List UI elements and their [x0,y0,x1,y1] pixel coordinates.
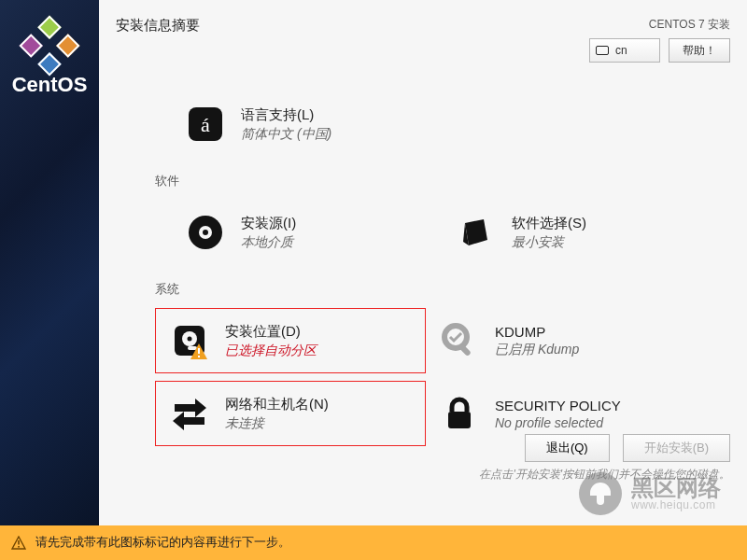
help-button[interactable]: 帮助！ [669,38,730,63]
spoke-kdump[interactable]: KDUMP 已启用 Kdump [426,308,697,373]
keyboard-code: cn [615,44,627,57]
spoke-install-source[interactable]: 安装源(I) 本地介质 [172,201,443,264]
language-title: 语言支持(L) [241,106,331,124]
section-system: 系统 [155,281,730,298]
section-software: 软件 [155,173,730,189]
language-icon: á [181,100,230,148]
secpol-sub: No profile selected [495,415,621,430]
begin-install-button[interactable]: 开始安装(B) [623,434,730,462]
source-sub: 本地介质 [241,234,296,251]
warning-icon [190,343,208,361]
spoke-network[interactable]: 网络和主机名(N) 未连接 [155,381,426,446]
inspect-icon [435,316,484,365]
sidebar: CentOS [0,0,99,525]
swsel-sub: 最小安装 [512,234,586,251]
kdump-sub: 已启用 Kdump [495,342,579,358]
svg-rect-15 [18,546,20,548]
svg-rect-14 [18,540,20,545]
language-sub: 简体中文 (中国) [241,126,331,143]
centos-logo-icon [19,15,79,76]
lock-icon [435,389,484,438]
network-icon [165,389,214,438]
dest-sub: 已选择自动分区 [225,343,317,359]
net-title: 网络和主机名(N) [225,396,329,413]
main-area: 安装信息摘要 CENTOS 7 安装 cn 帮助！ á 语言支持(L) 简体中文… [99,0,747,525]
disc-icon [181,208,230,257]
source-title: 安装源(I) [241,215,296,232]
quit-button[interactable]: 退出(Q) [525,434,610,462]
footer-buttons: 退出(Q) 开始安装(B) [525,434,730,462]
dest-title: 安装位置(D) [225,323,317,341]
svg-rect-9 [198,348,200,354]
watermark-text-zh: 黑区网络 [631,477,721,499]
watermark-icon [579,472,622,515]
keyboard-icon [596,46,609,55]
watermark-text-en: www.heiqu.com [631,499,721,511]
spoke-language-support[interactable]: á 语言支持(L) 简体中文 (中国) [172,92,443,156]
secpol-title: SECURITY POLICY [495,398,621,413]
spoke-install-destination[interactable]: 安装位置(D) 已选择自动分区 [155,308,426,373]
svg-point-4 [203,230,208,235]
hdd-icon [165,316,214,365]
swsel-title: 软件选择(S) [512,215,586,232]
warning-icon [11,536,26,551]
warning-bar: 请先完成带有此图标标记的内容再进行下一步。 [0,525,747,560]
package-icon [452,208,500,257]
net-sub: 未连接 [225,415,329,432]
svg-point-7 [188,337,192,342]
svg-rect-13 [448,412,471,428]
spoke-software-selection[interactable]: 软件选择(S) 最小安装 [443,201,713,264]
install-label: CENTOS 7 安装 [589,17,730,33]
kdump-title: KDUMP [495,324,579,340]
topbar: 安装信息摘要 CENTOS 7 安装 cn 帮助！ [116,0,730,63]
keyboard-button[interactable]: cn [589,38,660,63]
brand-block: CentOS [0,24,99,97]
watermark: 黑区网络 www.heiqu.com [579,472,721,515]
svg-rect-10 [198,356,200,357]
svg-text:á: á [201,113,210,136]
page-title: 安装信息摘要 [116,17,200,35]
warning-text: 请先完成带有此图标标记的内容再进行下一步。 [35,535,290,551]
brand-label: CentOS [0,73,99,97]
